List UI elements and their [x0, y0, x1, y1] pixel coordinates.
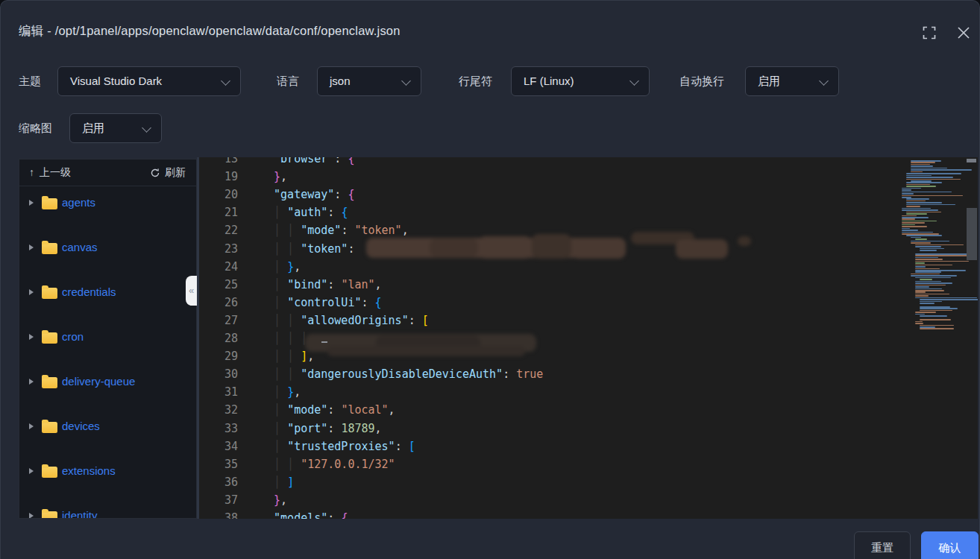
code-line-28[interactable]: │ │ │ [260, 329, 888, 347]
tree-item-canvas[interactable]: canvas [19, 236, 196, 259]
line-number: 25 [199, 276, 238, 294]
code-line-30[interactable]: │ │ "dangerouslyDisableDeviceAuth": true [260, 365, 888, 383]
line-number: 32 [199, 401, 238, 419]
tree-item-credentials[interactable]: credentials [19, 281, 196, 303]
refresh-label: 刷新 [165, 160, 186, 186]
folder-icon [42, 330, 57, 344]
line-number: 22 [199, 221, 238, 239]
expand-arrow-icon[interactable] [29, 379, 34, 385]
expand-arrow-icon[interactable] [29, 468, 34, 474]
expand-arrow-icon[interactable] [29, 334, 34, 340]
line-number: 38 [199, 509, 238, 519]
tree-item-label: cron [62, 326, 84, 348]
code-line-38[interactable]: "models": { [260, 509, 888, 519]
code-line-13[interactable]: "browser": { [260, 157, 888, 168]
folder-icon [42, 420, 57, 433]
tree-item-label: canvas [62, 236, 98, 259]
wordwrap-label: 自动换行 [679, 66, 724, 96]
line-number: 24 [199, 258, 238, 276]
tree-item-label: identity [62, 505, 98, 519]
line-number: 13 [199, 157, 238, 168]
folder-icon [42, 509, 57, 519]
expand-arrow-icon[interactable] [29, 244, 34, 250]
code-line-35[interactable]: │ │ "127.0.0.1/32" [260, 455, 888, 473]
arrow-up-icon: ↑ [29, 166, 34, 178]
close-icon[interactable] [955, 25, 972, 41]
code-line-25[interactable]: │ "bind": "lan", [260, 276, 888, 294]
code-line-27[interactable]: │ │ "allowedOrigins": [ [260, 312, 888, 329]
theme-select-value: Visual Studio Dark [70, 75, 162, 87]
code-line-33[interactable]: │ "port": 18789, [260, 420, 888, 438]
chevron-down-icon [221, 76, 230, 86]
folder-icon [42, 241, 57, 254]
tree-item-label: credentials [62, 281, 116, 303]
minimap-select-value: 启用 [82, 121, 104, 134]
dialog-title: 编辑 - /opt/1panel/apps/openclaw/openclaw/… [19, 23, 401, 40]
collapse-sidebar-handle[interactable]: « [186, 276, 197, 306]
expand-arrow-icon[interactable] [29, 513, 34, 519]
line-number: 31 [199, 383, 238, 401]
line-number: 33 [199, 420, 238, 438]
confirm-button[interactable]: 确认 [921, 531, 979, 559]
folder-icon [42, 285, 57, 299]
minimap-select[interactable]: 启用 [69, 113, 162, 143]
reset-button[interactable]: 重置 [854, 531, 911, 559]
tree-item-cron[interactable]: cron [19, 326, 196, 348]
tree-item-delivery-queue[interactable]: delivery-queue [19, 370, 196, 393]
line-number: 28 [199, 329, 238, 347]
code-line-23[interactable]: │ │ "token": [260, 240, 888, 258]
chevron-down-icon [819, 76, 829, 86]
code-line-36[interactable]: │ ] [260, 473, 888, 491]
line-number: 36 [199, 473, 238, 491]
scrollbar-decoration [967, 159, 976, 162]
code-line-37[interactable]: }, [260, 491, 888, 509]
code-line-29[interactable]: │ │ ], [260, 347, 888, 365]
chevron-down-icon [142, 123, 151, 133]
theme-select[interactable]: Visual Studio Dark [57, 66, 241, 96]
code-line-20[interactable]: "gateway": { [260, 186, 888, 203]
code-line-21[interactable]: │ "auth": { [260, 203, 888, 221]
file-tree-list: agentscanvascredentialscrondelivery-queu… [19, 189, 196, 518]
expand-arrow-icon[interactable] [29, 423, 34, 429]
code-line-34[interactable]: │ "trustedProxies": [ [260, 438, 888, 455]
line-number: 27 [199, 312, 238, 329]
up-level-button[interactable]: ↑上一级 [29, 160, 71, 186]
tree-item-label: delivery-queue [62, 370, 135, 393]
up-level-label: 上一级 [40, 166, 71, 178]
code-line-26[interactable]: │ "controlUi": { [260, 294, 888, 312]
expand-arrow-icon[interactable] [29, 289, 34, 295]
code-line-32[interactable]: │ "mode": "local", [260, 401, 888, 419]
minimap-label: 缩略图 [19, 113, 52, 143]
tree-item-label: devices [62, 415, 100, 438]
language-select[interactable]: json [317, 66, 421, 96]
folder-icon [42, 375, 57, 388]
fullscreen-icon[interactable] [921, 25, 937, 41]
expand-arrow-icon[interactable] [29, 200, 34, 206]
tree-item-devices[interactable]: devices [19, 415, 196, 438]
refresh-button[interactable]: 刷新 [150, 160, 186, 186]
code-line-31[interactable]: │ }, [260, 383, 888, 401]
line-number: 20 [199, 186, 238, 203]
tree-item-agents[interactable]: agents [19, 192, 196, 214]
tree-item-extensions[interactable]: extensions [19, 460, 196, 482]
code-line-24[interactable]: │ }, [260, 258, 888, 276]
eol-select[interactable]: LF (Linux) [511, 66, 650, 96]
line-number: 23 [199, 240, 238, 258]
tree-item-label: extensions [62, 460, 116, 482]
line-number: 35 [199, 455, 238, 473]
code-editor[interactable]: 1319202122232425262728293031323334353637… [199, 157, 978, 519]
tree-item-identity[interactable]: identity [19, 505, 196, 519]
editor-scrollbar[interactable] [966, 157, 978, 519]
chevron-down-icon [629, 76, 639, 86]
editor-minimap[interactable] [899, 157, 965, 519]
folder-icon [42, 464, 57, 478]
scrollbar-thumb[interactable] [967, 208, 977, 260]
file-tree-panel: ↑上一级 刷新 agentscanvascredentialscrondeliv… [19, 159, 197, 519]
wordwrap-select[interactable]: 启用 [745, 66, 839, 96]
wordwrap-select-value: 启用 [758, 75, 780, 87]
tree-item-label: agents [62, 192, 95, 214]
code-line-19[interactable]: }, [260, 168, 888, 186]
line-number: 29 [199, 347, 238, 365]
eol-select-value: LF (Linux) [524, 75, 574, 87]
eol-label: 行尾符 [459, 66, 492, 96]
